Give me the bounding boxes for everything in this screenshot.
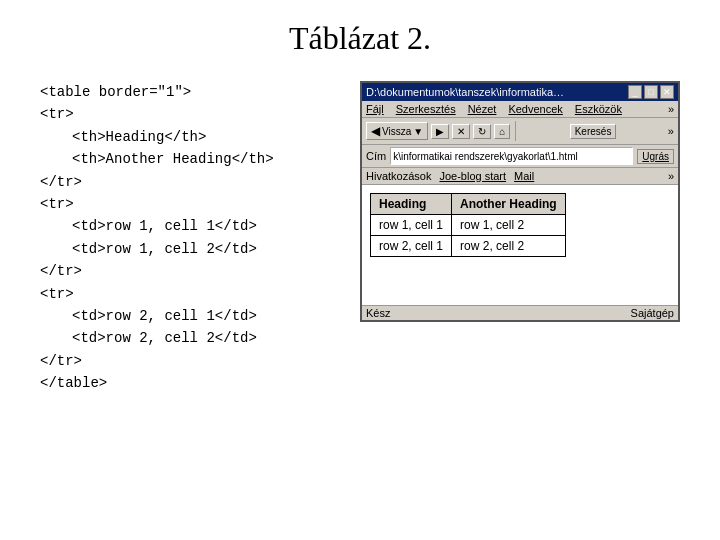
code-line-11: <td>row 2, cell 1</td>: [40, 305, 340, 327]
forward-button[interactable]: ▶: [431, 124, 449, 139]
code-line-6: <tr>: [40, 193, 340, 215]
code-line-8: <td>row 1, cell 2</td>: [40, 238, 340, 260]
demo-table: Heading Another Heading row 1, cell 1 ro…: [370, 193, 566, 257]
back-arrow-icon: ◀: [371, 124, 380, 138]
slide-title: Táblázat 2.: [40, 20, 680, 57]
menu-kedvencek[interactable]: Kedvencek: [508, 103, 562, 115]
back-dropdown-icon: ▼: [413, 126, 423, 137]
row2-cell1: row 2, cell 1: [371, 236, 452, 257]
code-line-13: </tr>: [40, 350, 340, 372]
browser-title: D:\dokumentumok\tanszek\informatikai ren…: [366, 86, 566, 98]
slide: Táblázat 2. <table border="1"> <tr> <th>…: [0, 0, 720, 540]
browser-content: Heading Another Heading row 1, cell 1 ro…: [362, 185, 678, 305]
content-area: <table border="1"> <tr> <th>Heading</th>…: [40, 81, 680, 394]
links-label: Hivatkozások: [366, 170, 431, 182]
links-item-1[interactable]: Mail: [514, 170, 534, 182]
col-heading: Heading: [371, 194, 452, 215]
code-line-10: <tr>: [40, 283, 340, 305]
row2-cell2: row 2, cell 2: [452, 236, 566, 257]
table-header-row: Heading Another Heading: [371, 194, 566, 215]
links-item-0[interactable]: Joe-blog start: [439, 170, 506, 182]
row1-cell2: row 1, cell 2: [452, 215, 566, 236]
refresh-button[interactable]: ↻: [473, 124, 491, 139]
code-line-7: <td>row 1, cell 1</td>: [40, 215, 340, 237]
code-line-5: </tr>: [40, 171, 340, 193]
home-button[interactable]: ⌂: [494, 124, 510, 139]
menu-szerkesztes[interactable]: Szerkesztés: [396, 103, 456, 115]
code-line-1: <table border="1">: [40, 81, 340, 103]
back-label: Vissza: [382, 126, 411, 137]
status-zone: Sajátgép: [631, 307, 674, 319]
close-button[interactable]: ✕: [660, 85, 674, 99]
address-input[interactable]: k\informatikai rendszerek\gyakorlat\1.ht…: [390, 147, 633, 165]
code-line-12: <td>row 2, cell 2</td>: [40, 327, 340, 349]
menu-nezet[interactable]: Nézet: [468, 103, 497, 115]
row1-cell1: row 1, cell 1: [371, 215, 452, 236]
address-label: Cím: [366, 150, 386, 162]
code-line-3: <th>Heading</th>: [40, 126, 340, 148]
back-button[interactable]: ◀ Vissza ▼: [366, 122, 428, 140]
code-line-2: <tr>: [40, 103, 340, 125]
links-bar: Hivatkozások Joe-blog start Mail »: [362, 168, 678, 185]
browser-menubar: Fájl Szerkesztés Nézet Kedvencek Eszközö…: [362, 101, 678, 118]
stop-button[interactable]: ✕: [452, 124, 470, 139]
status-text: Kész: [366, 307, 390, 319]
titlebar-buttons: _ □ ✕: [628, 85, 674, 99]
go-button[interactable]: Ugrás: [637, 149, 674, 164]
address-value: k\informatikai rendszerek\gyakorlat\1.ht…: [393, 151, 578, 162]
minimize-button[interactable]: _: [628, 85, 642, 99]
browser-window: D:\dokumentumok\tanszek\informatikai ren…: [360, 81, 680, 322]
code-block: <table border="1"> <tr> <th>Heading</th>…: [40, 81, 340, 394]
address-bar: Cím k\informatikai rendszerek\gyakorlat\…: [362, 145, 678, 168]
menu-fajl[interactable]: Fájl: [366, 103, 384, 115]
col-another-heading: Another Heading: [452, 194, 566, 215]
code-line-9: </tr>: [40, 260, 340, 282]
menu-eszkozok[interactable]: Eszközök: [575, 103, 622, 115]
table-row: row 2, cell 1 row 2, cell 2: [371, 236, 566, 257]
browser-titlebar: D:\dokumentumok\tanszek\informatikai ren…: [362, 83, 678, 101]
maximize-button[interactable]: □: [644, 85, 658, 99]
browser-statusbar: Kész Sajátgép: [362, 305, 678, 320]
toolbar-separator: [515, 121, 516, 141]
search-button[interactable]: Keresés: [570, 124, 617, 139]
browser-toolbar: ◀ Vissza ▼ ▶ ✕ ↻ ⌂ Keresés »: [362, 118, 678, 145]
code-line-14: </table>: [40, 372, 340, 394]
code-line-4: <th>Another Heading</th>: [40, 148, 340, 170]
table-row: row 1, cell 1 row 1, cell 2: [371, 215, 566, 236]
